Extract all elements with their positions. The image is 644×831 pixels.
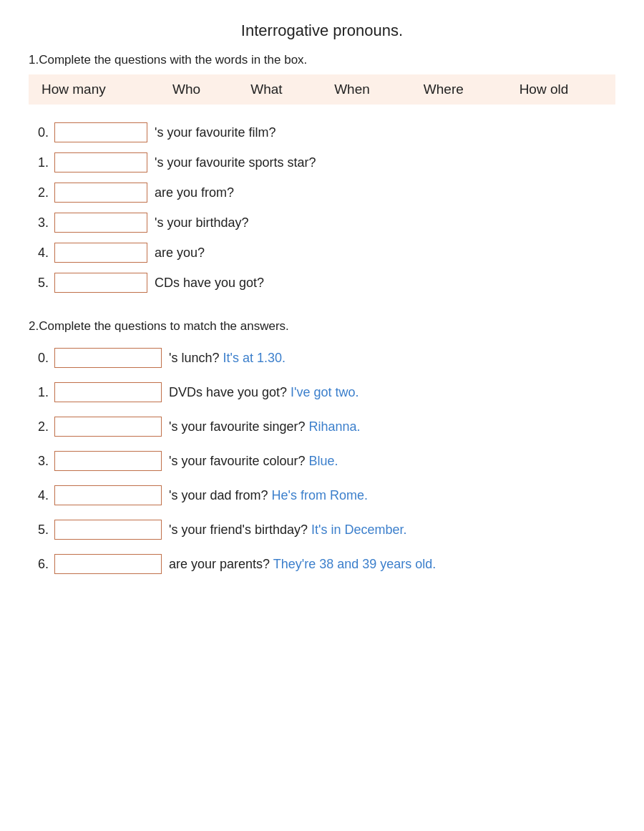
- table-row: 5.CDs have you got?: [29, 268, 615, 298]
- blue-answer: He's from Rome.: [272, 488, 368, 502]
- question-number: 0.: [29, 117, 52, 147]
- table-row: 1.'s your favourite sports star?: [29, 147, 615, 178]
- question-with-answer: 's your favourite singer? Rihanna.: [166, 409, 615, 444]
- question-with-answer: 's your favourite colour? Blue.: [166, 444, 615, 478]
- question-text: are you from?: [152, 178, 615, 208]
- answer-input-s1-3[interactable]: [54, 213, 147, 233]
- answer-input-s2-5[interactable]: [54, 520, 162, 540]
- answer-input-s2-6[interactable]: [54, 554, 162, 574]
- word-box-item: How old: [507, 74, 615, 105]
- list-item: 0.'s lunch? It's at 1.30.: [29, 341, 615, 375]
- word-box: How manyWhoWhatWhenWhereHow old: [29, 74, 615, 105]
- question-number: 4.: [29, 478, 52, 512]
- list-item: 2.'s your favourite singer? Rihanna.: [29, 409, 615, 444]
- table-row: 2.are you from?: [29, 178, 615, 208]
- table-row: 0.'s your favourite film?: [29, 117, 615, 147]
- question-number: 0.: [29, 341, 52, 375]
- blue-answer: Blue.: [309, 454, 338, 468]
- blue-answer: They're 38 and 39 years old.: [273, 557, 436, 571]
- blue-answer: Rihanna.: [309, 419, 361, 434]
- question-with-answer: 's your friend's birthday? It's in Decem…: [166, 512, 615, 547]
- question-number: 1.: [29, 375, 52, 409]
- word-box-item: How many: [29, 74, 160, 105]
- question-with-answer: are your parents? They're 38 and 39 year…: [166, 547, 615, 581]
- answer-input-s1-2[interactable]: [54, 183, 147, 203]
- answer-input-s2-3[interactable]: [54, 451, 162, 471]
- table-row: 4.are you?: [29, 238, 615, 268]
- blue-answer: It's at 1.30.: [223, 351, 286, 365]
- table-row: 3.'s your birthday?: [29, 208, 615, 238]
- answer-input-s2-2[interactable]: [54, 417, 162, 437]
- list-item: 6.are your parents? They're 38 and 39 ye…: [29, 547, 615, 581]
- section1-instruction: 1.Complete the questions with the words …: [29, 53, 615, 67]
- question-text: CDs have you got?: [152, 268, 615, 298]
- question-number: 3.: [29, 208, 52, 238]
- list-item: 4.'s your dad from? He's from Rome.: [29, 478, 615, 512]
- word-box-item: What: [238, 74, 321, 105]
- question-text: 's your favourite film?: [152, 117, 615, 147]
- question-text: 's your favourite sports star?: [152, 147, 615, 178]
- question-with-answer: 's lunch? It's at 1.30.: [166, 341, 615, 375]
- question-text: are you?: [152, 238, 615, 268]
- question-text: 's your birthday?: [152, 208, 615, 238]
- answer-input-s1-5[interactable]: [54, 273, 147, 293]
- section1-exercise-table: 0.'s your favourite film?1.'s your favou…: [29, 117, 615, 298]
- question-number: 1.: [29, 147, 52, 178]
- question-number: 2.: [29, 409, 52, 444]
- question-number: 5.: [29, 268, 52, 298]
- question-number: 4.: [29, 238, 52, 268]
- question-number: 3.: [29, 444, 52, 478]
- question-number: 5.: [29, 512, 52, 547]
- list-item: 5.'s your friend's birthday? It's in Dec…: [29, 512, 615, 547]
- list-item: 3.'s your favourite colour? Blue.: [29, 444, 615, 478]
- word-box-item: When: [321, 74, 411, 105]
- page-title: Interrogative pronouns.: [29, 21, 615, 40]
- answer-input-s2-1[interactable]: [54, 382, 162, 402]
- question-number: 6.: [29, 547, 52, 581]
- answer-input-s1-1[interactable]: [54, 152, 147, 172]
- blue-answer: I've got two.: [291, 385, 358, 399]
- section2-instruction: 2.Complete the questions to match the an…: [29, 319, 615, 334]
- answer-input-s1-4[interactable]: [54, 243, 147, 263]
- answer-input-s2-0[interactable]: [54, 348, 162, 368]
- question-number: 2.: [29, 178, 52, 208]
- word-box-item: Where: [411, 74, 507, 105]
- answer-input-s1-0[interactable]: [54, 122, 147, 142]
- question-with-answer: DVDs have you got? I've got two.: [166, 375, 615, 409]
- word-box-item: Who: [160, 74, 238, 105]
- answer-input-s2-4[interactable]: [54, 485, 162, 505]
- question-with-answer: 's your dad from? He's from Rome.: [166, 478, 615, 512]
- list-item: 1.DVDs have you got? I've got two.: [29, 375, 615, 409]
- section2-exercise-table: 0.'s lunch? It's at 1.30.1.DVDs have you…: [29, 341, 615, 581]
- blue-answer: It's in December.: [311, 523, 407, 537]
